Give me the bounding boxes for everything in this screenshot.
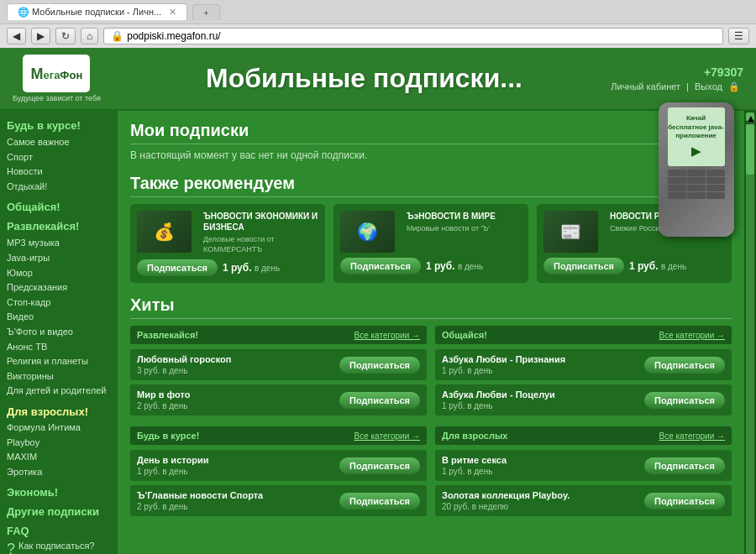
adult-category-header: Для взрослых Все категории → [435, 426, 732, 445]
goroskop-subscribe-btn[interactable]: Подписаться [339, 357, 420, 374]
azbuka1-title: Азбука Любви - Признания [442, 354, 644, 364]
lock-icon: 🔒 [111, 30, 123, 42]
sidebar-item-sport[interactable]: Спорт [7, 150, 111, 165]
hits-row1: Развлекайся! Все категории → Любовный го… [130, 326, 732, 420]
news-all-link[interactable]: Все категории → [354, 431, 420, 441]
den-subscribe-btn[interactable]: Подписаться [339, 457, 420, 474]
entertain-category-name: Развлекайся! [137, 330, 198, 340]
azbuka2-subscribe-btn[interactable]: Подписаться [644, 392, 725, 409]
card2-subscribe-btn[interactable]: Подписаться [340, 258, 421, 274]
sidebar-item-mp3[interactable]: MP3 музыка [7, 236, 111, 251]
recommend-section: Также рекомендуем 💰 ЪНОВОСТИ ЭКОНОМИКИ И… [130, 174, 732, 283]
back-button[interactable]: ◀ [7, 28, 26, 44]
communicate-category-header: Общайся! Все категории → [435, 326, 732, 344]
phone-number: +79307 [704, 65, 743, 79]
tab-close-btn[interactable]: ✕ [169, 7, 176, 17]
card2-price: 1 руб. в день [426, 260, 483, 272]
new-tab[interactable]: + [192, 4, 219, 20]
cabinet-link[interactable]: Личный кабинет [611, 81, 680, 91]
sidebar-item-playboy[interactable]: Playboy [7, 436, 111, 451]
card1-title: ЪНОВОСТИ ЭКОНОМИКИ И БИЗНЕСА [203, 211, 318, 233]
browser-toolbar: ◀ ▶ ↻ ⌂ 🔒 podpiski.megafon.ru/ ☰ [0, 24, 756, 48]
sidebar-item-formula[interactable]: Формула Интима [7, 421, 111, 436]
sidebar-item-foto[interactable]: Ъ'Фото и видео [7, 325, 111, 340]
sidebar-item-vazhnoe[interactable]: Самое важное [7, 135, 111, 150]
hits-item-azbuka1: Азбука Любви - Признания 1 руб. в день П… [435, 349, 732, 380]
site-header: МегаФон Будущее зависит от тебя Мобильны… [0, 48, 756, 111]
sidebar-heading-communicate: Общайся! [7, 201, 111, 213]
sidebar-section-communicate: Общайся! [7, 201, 111, 213]
card1-footer: Подписаться 1 руб. в день [137, 259, 318, 276]
header-right: +79307 Личный кабинет | Выход 🔒 [611, 65, 743, 92]
my-subs-title: Мои подписки [130, 121, 732, 144]
url-text: podpiski.megafon.ru/ [127, 30, 220, 42]
address-bar[interactable]: 🔒 podpiski.megafon.ru/ [103, 28, 723, 44]
header-nav-links: Личный кабинет | Выход 🔒 [611, 81, 743, 92]
sidebar-section-other: Другие подписки [7, 505, 111, 518]
page-wrapper: МегаФон Будущее зависит от тебя Мобильны… [0, 48, 756, 554]
sidebar-item-java[interactable]: Java-игры [7, 251, 111, 266]
sidebar-heading-news: Будь в курсе! [7, 119, 111, 132]
entertain-all-link[interactable]: Все категории → [354, 331, 420, 340]
logo-image: МегаФон [23, 55, 90, 92]
sidebar-item-erotika[interactable]: Эротика [7, 465, 111, 480]
den-price: 1 руб. в день [137, 467, 339, 476]
card1-subscribe-btn[interactable]: Подписаться [137, 259, 218, 276]
hits-col-entertain: Развлекайся! Все категории → Любовный го… [130, 326, 427, 420]
sidebar-section-entertain: Развлекайся! MP3 музыка Java-игры Юмор П… [7, 220, 111, 399]
sidebar-item-stopkadr[interactable]: Стоп-кадр [7, 295, 111, 311]
hits-item-sport-news: Ъ'Главные новости Спорта 2 руб. в день П… [130, 485, 427, 516]
communicate-category-name: Общайся! [442, 330, 487, 340]
news-category-header: Будь в курсе! Все категории → [130, 426, 427, 445]
card2-image: 🌍 [340, 211, 395, 253]
mirfoto-subscribe-btn[interactable]: Подписаться [339, 392, 420, 409]
hits-item-azbuka2: Азбука Любви - Поцелуи 1 руб. в день Под… [435, 384, 732, 416]
sidebar-section-news: Будь в курсе! Самое важное Спорт Новости… [7, 119, 111, 194]
tab-icon: 🌐 [18, 7, 29, 17]
sidebar-heading-adult: Для взрослых! [7, 405, 111, 418]
sidebar-item-deti[interactable]: Для детей и родителей [7, 384, 111, 399]
forward-button[interactable]: ▶ [31, 28, 50, 44]
playboygold-subscribe-btn[interactable]: Подписаться [644, 493, 725, 510]
ritm-title: В ритме секса [442, 455, 644, 465]
hits-item-goroskop: Любовный гороскоп 3 руб. в день Подписат… [130, 349, 427, 380]
card1-image: 💰 [137, 211, 192, 253]
settings-button[interactable]: ☰ [728, 28, 749, 44]
card3-subscribe-btn[interactable]: Подписаться [543, 258, 624, 274]
faq1-question[interactable]: Как подписаться? [18, 541, 111, 551]
ritm-price: 1 руб. в день [442, 467, 644, 476]
sidebar-item-novosti[interactable]: Новости [7, 165, 111, 180]
hits-col-adult: Для взрослых Все категории → В ритме сек… [435, 426, 732, 520]
sidebar-item-viktoriny[interactable]: Викторины [7, 369, 111, 384]
ritm-subscribe-btn[interactable]: Подписаться [644, 457, 725, 474]
goroskop-title: Любовный гороскоп [137, 354, 339, 364]
sportnews-subscribe-btn[interactable]: Подписаться [339, 493, 420, 510]
sidebar: Будь в курсе! Самое важное Спорт Новости… [0, 111, 118, 554]
exit-link[interactable]: Выход [695, 81, 722, 91]
sidebar-item-anons[interactable]: Анонс ТВ [7, 340, 111, 355]
sidebar-item-maxim[interactable]: MAXIM [7, 450, 111, 465]
recommend-card-2: 🌍 ЪэНОВОСТИ В МИРЕ Мировые новости от 'Ъ… [333, 204, 528, 283]
sidebar-item-humor[interactable]: Юмор [7, 266, 111, 281]
sidebar-item-religion[interactable]: Религия и планеты [7, 354, 111, 369]
sidebar-item-video[interactable]: Видео [7, 310, 111, 325]
phone-keypad [668, 170, 725, 199]
sidebar-item-predskazania[interactable]: Предсказания [7, 280, 111, 295]
phone-promo-text: Качай бесплатное java-приложение [668, 114, 725, 140]
azbuka1-subscribe-btn[interactable]: Подписаться [644, 357, 725, 374]
hits-item-ritm: В ритме секса 1 руб. в день Подписаться [435, 450, 732, 481]
main-layout: Будь в курсе! Самое важное Спорт Новости… [0, 111, 756, 554]
active-tab[interactable]: 🌐 Мобильные подписки - Личн... ✕ [7, 3, 187, 20]
azbuka2-title: Азбука Любви - Поцелуи [442, 389, 644, 400]
recommend-cards: 💰 ЪНОВОСТИ ЭКОНОМИКИ И БИЗНЕСА Деловые н… [130, 204, 732, 283]
refresh-button[interactable]: ↻ [55, 28, 76, 44]
adult-all-link[interactable]: Все категории → [659, 431, 725, 441]
home-button[interactable]: ⌂ [81, 28, 98, 44]
faq-heading: FAQ [7, 525, 111, 537]
communicate-all-link[interactable]: Все категории → [659, 331, 725, 340]
sidebar-item-otdyhai[interactable]: Отдыхай! [7, 180, 111, 195]
playboygold-title: Золотая коллекция Playboy. [442, 490, 644, 500]
hits-title: Хиты [130, 295, 732, 319]
page-main-title: Мобильные подписки... [118, 63, 612, 94]
sportnews-title: Ъ'Главные новости Спорта [137, 490, 339, 500]
